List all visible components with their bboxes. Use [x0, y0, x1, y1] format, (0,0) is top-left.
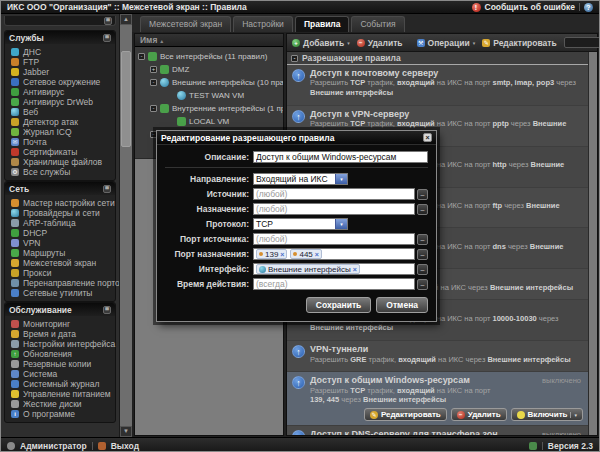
- tree-column-header[interactable]: Имя ▴: [135, 34, 283, 47]
- sidebar-item[interactable]: ⚙ Все службы: [11, 167, 115, 177]
- time-field[interactable]: [253, 278, 415, 290]
- tree-row[interactable]: - Внутренние интерфейсы (1 правило): [135, 102, 283, 115]
- scrollbar-thumb[interactable]: [121, 51, 131, 147]
- tab[interactable]: События: [351, 16, 404, 32]
- rule-row[interactable]: ↑ VPN-туннели Разрешить GRE трафик, вход…: [287, 341, 588, 372]
- delete-button[interactable]: − Удалить: [357, 38, 403, 48]
- collapse-panel-icon[interactable]: ▀: [103, 306, 111, 314]
- help-icon[interactable]: ?: [584, 3, 593, 12]
- rule-action-button[interactable]: ✎ Редактировать: [364, 408, 447, 421]
- sidebar-item[interactable]: Системный журнал: [11, 379, 115, 389]
- add-button[interactable]: + Добавить ▾: [292, 38, 350, 48]
- sidebar-item[interactable]: Маршруты: [11, 248, 115, 258]
- tree-expander-icon[interactable]: -: [150, 105, 157, 112]
- logout-link[interactable]: Выход: [111, 441, 139, 451]
- rules-search-input[interactable]: [567, 37, 600, 48]
- source-field[interactable]: [253, 188, 415, 200]
- sidebar-item[interactable]: ↑ Обновления: [11, 349, 115, 359]
- rules-section-header[interactable]: - Разрешающие правила: [287, 52, 588, 65]
- sidebar-item[interactable]: Провайдеры и сети: [11, 208, 115, 218]
- browse-icon[interactable]: –: [417, 264, 428, 275]
- collapse-panel-icon[interactable]: ▀: [104, 17, 112, 25]
- sidebar-section-header[interactable]: Службы ▀: [5, 31, 115, 44]
- port-tag[interactable]: 139 ×: [256, 249, 287, 259]
- dialog-title-bar[interactable]: Редактирование разрешающего правила ×: [157, 131, 436, 145]
- sidebar-item[interactable]: Прокси: [11, 268, 115, 278]
- sidebar-item[interactable]: Сетевые утилиты: [11, 288, 115, 298]
- sidebar-item[interactable]: Резервные копии: [11, 359, 115, 369]
- operations-button[interactable]: ⚒ Операции ▾: [417, 38, 476, 48]
- tree-row[interactable]: + DMZ: [135, 63, 283, 76]
- protocol-select[interactable]: TCP ▾: [253, 218, 348, 230]
- sidebar-item[interactable]: Детектор атак: [11, 117, 115, 127]
- sidebar-item[interactable]: Настройки интерфейса: [11, 339, 115, 349]
- description-field[interactable]: [253, 151, 428, 163]
- remove-tag-icon[interactable]: ×: [315, 251, 319, 258]
- browse-icon[interactable]: –: [417, 249, 428, 260]
- collapse-panel-icon[interactable]: ▀: [103, 185, 111, 193]
- scroll-down-icon[interactable]: ▼: [120, 426, 132, 437]
- browse-icon[interactable]: –: [417, 279, 428, 290]
- sidebar-item[interactable]: Сертификаты: [11, 147, 115, 157]
- rule-row[interactable]: ↑ Доступ к почтовому серверу Разрешить T…: [287, 65, 588, 106]
- sidebar-item[interactable]: i О программе: [11, 409, 115, 419]
- browse-icon[interactable]: –: [417, 234, 428, 245]
- sidebar-item[interactable]: Сетевое окружение: [11, 77, 115, 87]
- sidebar-item[interactable]: Система: [11, 369, 115, 379]
- sidebar-item[interactable]: Антивирус: [11, 87, 115, 97]
- sidebar-item[interactable]: ДНС: [11, 47, 115, 57]
- sidebar-section-header[interactable]: Сеть ▀: [5, 182, 115, 195]
- browse-icon[interactable]: –: [417, 189, 428, 200]
- cancel-button[interactable]: Отмена: [376, 297, 428, 313]
- rule-action-button[interactable]: Включить ▾: [511, 408, 583, 421]
- remove-tag-icon[interactable]: ×: [280, 251, 284, 258]
- interface-tag[interactable]: Внешние интерфейсы ×: [256, 264, 360, 274]
- browse-icon[interactable]: –: [417, 204, 428, 215]
- tree-row[interactable]: TEST WAN VM: [135, 89, 283, 102]
- chevron-down-icon[interactable]: ▾: [335, 219, 347, 229]
- tree-row[interactable]: - Внешние интерфейсы (10 правил): [135, 76, 283, 89]
- scrollbar-track[interactable]: [120, 25, 132, 426]
- destination-field[interactable]: [253, 203, 415, 215]
- sidebar-item[interactable]: Межсетевой экран: [11, 258, 115, 268]
- report-error-link[interactable]: Сообщить об ошибке: [485, 2, 575, 12]
- scroll-up-icon[interactable]: ▲: [120, 14, 132, 25]
- close-icon[interactable]: ×: [423, 133, 432, 142]
- edit-button[interactable]: ✎ Редактировать: [482, 38, 557, 48]
- section-collapse-icon[interactable]: -: [291, 55, 298, 62]
- sidebar-item[interactable]: Перенаправление портов: [11, 278, 115, 288]
- tree-row[interactable]: - Все интерфейсы (11 правил): [135, 50, 283, 63]
- sidebar-item[interactable]: ✉ Почта: [11, 137, 115, 147]
- tab[interactable]: Правила: [295, 16, 350, 32]
- sidebar-item[interactable]: Хранилище файлов: [11, 157, 115, 167]
- destination-port-field[interactable]: 139 × 445 ×: [253, 248, 415, 260]
- tab[interactable]: Межсетевой экран: [140, 16, 231, 32]
- sidebar-item[interactable]: Веб: [11, 107, 115, 117]
- direction-select[interactable]: Входящий на ИКС ▾: [253, 173, 348, 185]
- current-user-label[interactable]: Администратор: [20, 441, 87, 451]
- sidebar-item[interactable]: FTP: [11, 57, 115, 67]
- tree-expander-icon[interactable]: -: [150, 79, 157, 86]
- interface-field[interactable]: Внешние интерфейсы ×: [253, 263, 415, 275]
- chevron-down-icon[interactable]: ▾: [335, 174, 347, 184]
- source-port-field[interactable]: [253, 233, 415, 245]
- sidebar-item[interactable]: Время и дата: [11, 329, 115, 339]
- rule-row[interactable]: ↑ Доступ к общим Windows-ресурсам Разреш…: [287, 372, 588, 426]
- tree-expander-icon[interactable]: +: [150, 66, 157, 73]
- sidebar-item[interactable]: Мониторинг: [11, 319, 115, 329]
- sidebar-item[interactable]: Управление питанием: [11, 389, 115, 399]
- sidebar-item[interactable]: Жесткие диски: [11, 399, 115, 409]
- sidebar-item[interactable]: ARP-таблица: [11, 218, 115, 228]
- sidebar-item[interactable]: VPN: [11, 238, 115, 248]
- sidebar-item[interactable]: Антивирус DrWeb: [11, 97, 115, 107]
- sidebar-section-header[interactable]: Обслуживание ▀: [5, 303, 115, 316]
- tree-expander-icon[interactable]: -: [138, 53, 145, 60]
- rule-row[interactable]: ↑ Доступ к DNS-серверу для трансфера зон…: [287, 426, 588, 435]
- sidebar-item[interactable]: Журнал ICQ: [11, 127, 115, 137]
- rules-scrollbar[interactable]: [588, 52, 597, 435]
- tab[interactable]: Настройки: [233, 16, 293, 32]
- sidebar-item[interactable]: Мастер настройки сети: [11, 198, 115, 208]
- rule-action-button[interactable]: − Удалить: [451, 408, 507, 421]
- collapse-panel-icon[interactable]: ▀: [103, 34, 111, 42]
- save-button[interactable]: Сохранить: [306, 297, 372, 313]
